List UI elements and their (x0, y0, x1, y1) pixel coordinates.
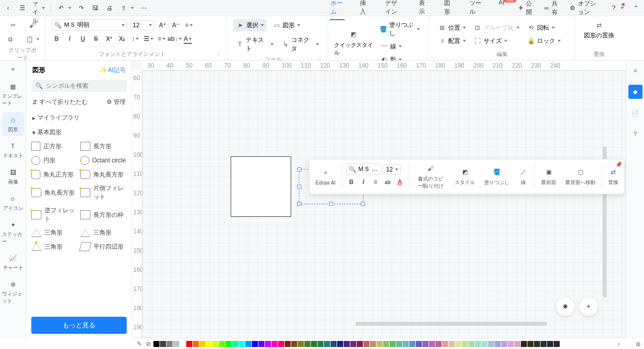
color-swatch[interactable] (331, 341, 337, 347)
color-swatch[interactable] (455, 341, 461, 347)
color-swatch[interactable] (265, 341, 271, 347)
color-swatch[interactable] (377, 341, 383, 347)
color-swatch[interactable] (541, 341, 547, 347)
shape-rrect[interactable]: 角丸長方形 (80, 170, 127, 179)
replace-shape-button[interactable]: ⇄図形の置換 (581, 19, 617, 41)
sidebar-shape[interactable]: ◇図形 (2, 112, 24, 136)
color-swatch[interactable] (272, 341, 278, 347)
color-swatch[interactable] (475, 341, 481, 347)
line-button[interactable]: 〰線 (377, 40, 422, 52)
color-swatch[interactable] (416, 341, 422, 347)
menu-icon[interactable]: ☰ (18, 4, 26, 12)
color-swatch[interactable] (219, 341, 225, 347)
settings-button[interactable]: ⚙ (635, 341, 641, 348)
mini-bold[interactable]: B (346, 177, 356, 187)
font-select[interactable]: 🔍ＭＳ 明朝 (51, 19, 127, 31)
sidebar-sticker[interactable]: ✦ステッカー (2, 217, 24, 248)
mini-ab[interactable]: ab (383, 177, 393, 187)
color-swatch[interactable] (304, 341, 310, 347)
symbol-search-input[interactable] (46, 82, 123, 89)
cut-button[interactable]: ✂ (6, 19, 20, 31)
quickstyle-button[interactable]: ◩ クイックスタイル (334, 28, 373, 56)
more-shapes-button[interactable]: もっと見る (31, 317, 127, 334)
color-swatch[interactable] (167, 341, 173, 347)
shape-rrect2[interactable]: 角丸長方形 (31, 184, 78, 201)
color-swatch[interactable] (449, 341, 455, 347)
mini-style-button[interactable]: ◩スタイル (451, 161, 479, 192)
more-button[interactable]: ⋯ (140, 4, 148, 12)
position-button[interactable]: ⊞位置 (435, 22, 468, 34)
sidebar-image[interactable]: 🖼画像 (2, 164, 24, 189)
shape-octant[interactable]: Octant circle (80, 156, 127, 165)
back-button[interactable]: ‹ (4, 4, 12, 12)
redo-button[interactable]: ↷ (77, 4, 85, 12)
color-swatch[interactable] (534, 341, 540, 347)
color-swatch[interactable] (363, 341, 369, 347)
collapse-ribbon-button[interactable]: ⌃ (632, 4, 640, 12)
publish-button[interactable]: ✈公開 (517, 0, 535, 17)
shape-circle[interactable]: 円形 (31, 156, 78, 165)
tab-ai[interactable]: AIhot (498, 0, 517, 20)
resize-handle-tl[interactable] (297, 167, 301, 171)
color-swatch[interactable] (252, 341, 258, 347)
sidebar-template[interactable]: ▦テンプレート (2, 79, 24, 110)
send-back-button[interactable]: ▢最背面へ移動 (561, 161, 600, 192)
right-help-tab[interactable]: ? (628, 127, 642, 141)
color-swatch[interactable] (258, 341, 264, 347)
mylib-section[interactable]: ▸ マイライブラリ (26, 110, 132, 125)
group-button[interactable]: ⊡グループ化 (470, 22, 522, 34)
color-swatch[interactable] (350, 341, 356, 347)
format-copy-button[interactable]: 🖌書式のコピー/貼り付け (411, 161, 450, 192)
color-swatch[interactable] (554, 341, 560, 347)
copy-button[interactable]: ⧉ (3, 33, 17, 45)
font-shrink-button[interactable]: A⁻ (171, 20, 181, 30)
line-spacing-button[interactable]: ↕ (130, 34, 140, 44)
collapse-left-button[interactable]: « (6, 64, 20, 75)
color-swatch[interactable] (357, 341, 363, 347)
italic-button[interactable]: I (65, 34, 75, 44)
bold-button[interactable]: B (51, 34, 62, 44)
color-swatch[interactable] (180, 341, 186, 347)
connector-tool-button[interactable]: ↳コネクタ (279, 34, 322, 54)
shape-tri1[interactable]: 三角形 (31, 228, 78, 237)
color-swatch[interactable] (245, 341, 251, 347)
color-swatch[interactable] (396, 341, 402, 347)
color-swatch[interactable] (160, 341, 166, 347)
size-button[interactable]: ⛶サイズ (470, 35, 522, 47)
shape-square[interactable]: 正方形 (31, 142, 78, 151)
color-swatch[interactable] (508, 341, 514, 347)
color-swatch[interactable] (429, 341, 435, 347)
color-swatch[interactable] (311, 341, 317, 347)
color-swatch[interactable] (291, 341, 297, 347)
color-swatch[interactable] (527, 341, 533, 347)
text-tool-button[interactable]: Tテキスト (233, 34, 276, 54)
color-swatch[interactable] (422, 341, 428, 347)
scrollbar-horizontal[interactable] (275, 322, 608, 327)
more-colors-button[interactable]: › (615, 340, 623, 348)
shape-revfillet[interactable]: 逆フィレット (31, 206, 78, 223)
sidebar-chart[interactable]: 📈チャート (2, 250, 24, 274)
color-swatch[interactable] (495, 341, 501, 347)
undo-button[interactable]: ↶ (57, 4, 71, 12)
shape-rectframe[interactable]: 長方形の枠 (80, 206, 127, 223)
color-swatch[interactable] (153, 341, 159, 347)
color-swatch[interactable] (186, 341, 192, 347)
bring-front-button[interactable]: ▣最前面 (537, 161, 560, 192)
subscript-button[interactable]: X₂ (117, 34, 127, 44)
color-swatch[interactable] (403, 341, 409, 347)
color-swatch[interactable] (501, 341, 507, 347)
mini-font-select[interactable]: 🔍ＭＳ 明朝 (346, 163, 382, 175)
select-tool-button[interactable]: ➤選択 (233, 19, 266, 31)
color-swatch[interactable] (390, 341, 396, 347)
font-size-select[interactable]: 12 (130, 20, 154, 30)
color-swatch[interactable] (317, 341, 324, 347)
color-swatch[interactable] (521, 341, 527, 347)
align-button2[interactable]: ⫴配置 (435, 35, 468, 47)
no-color-button[interactable]: ⊘ (144, 340, 152, 348)
shape-parallelogram[interactable]: 平行四辺形 (80, 242, 127, 251)
numbering-button[interactable]: ≡ (156, 34, 167, 44)
mini-font-color[interactable]: A (395, 177, 405, 187)
right-fill-tab[interactable]: ◆ (628, 85, 642, 99)
font-group-launcher[interactable] (216, 51, 220, 55)
shape-tri2[interactable]: 三角形 (80, 228, 127, 237)
